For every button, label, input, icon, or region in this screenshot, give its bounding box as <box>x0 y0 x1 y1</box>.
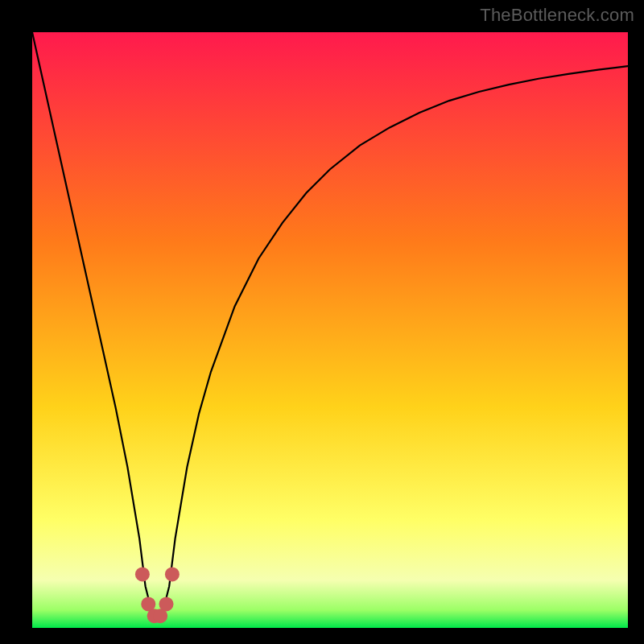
optimum-marker-dot <box>159 597 174 611</box>
watermark-text: TheBottleneck.com <box>480 5 634 26</box>
plot-area <box>32 32 628 628</box>
gradient-background <box>32 32 628 628</box>
chart-svg <box>32 32 628 628</box>
optimum-marker-dot <box>165 567 180 581</box>
outer-frame: TheBottleneck.com <box>0 0 644 644</box>
optimum-marker-dot <box>135 567 150 581</box>
